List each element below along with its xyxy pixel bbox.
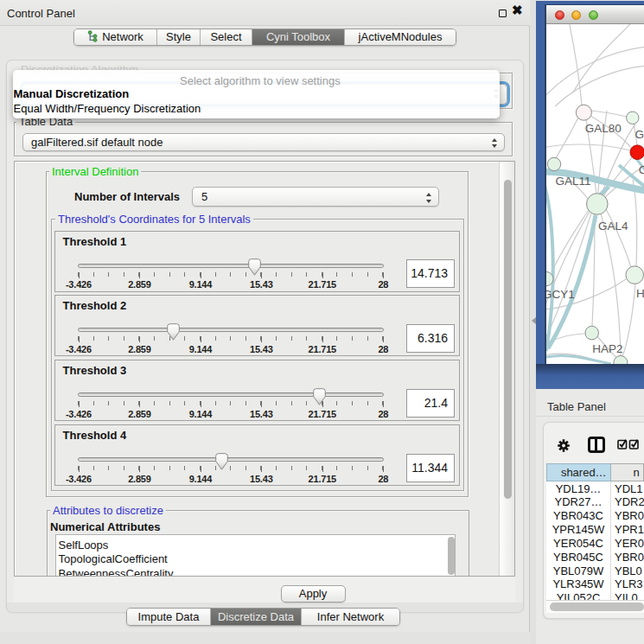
svg-text:HIS4: HIS4 <box>636 287 644 300</box>
svg-text:GCY1: GCY1 <box>546 288 575 301</box>
svg-text:C: C <box>639 163 644 176</box>
svg-text:GAL4: GAL4 <box>598 220 628 233</box>
svg-text:GAL80: GAL80 <box>585 122 622 135</box>
svg-text:GAL2: GAL2 <box>635 128 644 141</box>
svg-text:HAP2: HAP2 <box>592 342 622 355</box>
svg-text:GAL11: GAL11 <box>555 175 590 188</box>
